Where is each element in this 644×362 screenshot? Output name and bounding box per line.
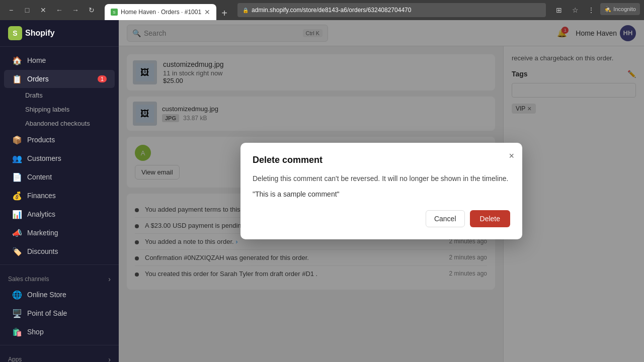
sidebar-nav: 🏠 Home 📋 Orders 1 Drafts Shipping labels…	[0, 47, 119, 362]
shipping-label: Shipping labels	[25, 106, 69, 113]
back-button[interactable]: ←	[52, 3, 66, 17]
analytics-icon: 📊	[12, 209, 22, 219]
sidebar-item-label: Products	[27, 136, 55, 144]
refresh-button[interactable]: ↻	[85, 3, 99, 17]
tab-bar: S Home Haven · Orders · #1001 ✕ +	[105, 0, 231, 20]
content-icon: 📄	[12, 172, 22, 182]
modal-body: Deleting this comment can't be reversed.…	[253, 173, 510, 184]
discounts-icon: 🏷️	[12, 246, 22, 256]
address-bar[interactable]: 🔒 admin.shopify.com/store/de8143-a6/orde…	[237, 3, 546, 17]
delete-comment-modal: Delete comment × Deleting this comment c…	[240, 143, 522, 239]
tab-close-icon[interactable]: ✕	[204, 8, 210, 16]
sidebar-item-online-store[interactable]: 🌐 Online Store	[4, 286, 115, 304]
sidebar-item-label: Home	[27, 56, 46, 64]
orders-badge: 1	[98, 75, 107, 82]
finances-icon: 💰	[12, 191, 22, 201]
sidebar-sub-item-abandoned[interactable]: Abandoned checkouts	[4, 117, 115, 130]
new-tab-button[interactable]: +	[217, 6, 231, 20]
sidebar-item-label: Discounts	[27, 247, 58, 255]
sidebar-sub-item-shipping[interactable]: Shipping labels	[4, 103, 115, 116]
shopify-logo-text: Shopify	[25, 29, 55, 38]
sidebar-item-label: Marketing	[27, 229, 58, 237]
active-tab[interactable]: S Home Haven · Orders · #1001 ✕	[105, 4, 216, 20]
shopify-logo[interactable]: S Shopify	[8, 26, 55, 40]
browser-controls: − □ ✕	[4, 3, 50, 17]
products-icon: 📦	[12, 135, 22, 145]
nav-controls: ← → ↻	[52, 3, 99, 17]
sidebar-item-label: Online Store	[27, 291, 66, 299]
tab-favicon: S	[111, 9, 118, 16]
orders-icon: 📋	[12, 74, 22, 84]
home-icon: 🏠	[12, 55, 22, 65]
delete-button[interactable]: Delete	[470, 210, 510, 227]
app-layout: S Shopify 🏠 Home 📋 Orders 1 Drafts Shipp…	[0, 20, 644, 362]
sidebar-item-home[interactable]: 🏠 Home	[4, 51, 115, 69]
sidebar-item-orders[interactable]: 📋 Orders 1	[4, 70, 115, 88]
sidebar-item-finances[interactable]: 💰 Finances	[4, 187, 115, 205]
sidebar-item-analytics[interactable]: 📊 Analytics	[4, 205, 115, 223]
point-of-sale-icon: 🖥️	[12, 308, 22, 318]
online-store-icon: 🌐	[12, 290, 22, 300]
shopify-logo-icon: S	[8, 26, 22, 40]
sales-channels-label: Sales channels ›	[0, 269, 119, 285]
forward-button[interactable]: →	[68, 3, 83, 17]
sidebar-item-point-of-sale[interactable]: 🖥️ Point of Sale	[4, 304, 115, 322]
sidebar-item-discounts[interactable]: 🏷️ Discounts	[4, 242, 115, 260]
sidebar-divider-2	[0, 345, 119, 345]
sidebar-divider	[0, 264, 119, 265]
sidebar-item-label: Analytics	[27, 210, 55, 218]
sidebar-item-products[interactable]: 📦 Products	[4, 131, 115, 149]
marketing-icon: 📣	[12, 228, 22, 238]
sidebar-item-marketing[interactable]: 📣 Marketing	[4, 224, 115, 242]
maximize-button[interactable]: □	[20, 3, 34, 17]
lock-icon: 🔒	[243, 8, 249, 13]
modal-actions: Cancel Delete	[253, 210, 510, 227]
apps-label: Apps	[8, 356, 22, 362]
abandoned-label: Abandoned checkouts	[25, 120, 90, 127]
sidebar-item-customers[interactable]: 👥 Customers	[4, 149, 115, 167]
modal-overlay[interactable]: Delete comment × Deleting this comment c…	[119, 20, 644, 362]
modal-title: Delete comment	[253, 155, 510, 165]
sidebar-item-label: Orders	[27, 75, 49, 83]
main-content: 🔍 Search Ctrl K 🔔 1 Home Haven HH	[119, 20, 644, 362]
sidebar: S Shopify 🏠 Home 📋 Orders 1 Drafts Shipp…	[0, 20, 119, 362]
sidebar-item-shop[interactable]: 🛍️ Shop	[4, 323, 115, 341]
url-text: admin.shopify.com/store/de8143-a6/orders…	[252, 7, 411, 14]
drafts-label: Drafts	[25, 92, 43, 99]
modal-quote: "This is a sample comment"	[253, 190, 510, 198]
sales-channels-text: Sales channels	[8, 276, 49, 283]
sidebar-item-content[interactable]: 📄 Content	[4, 168, 115, 186]
browser-actions: ⊞ ☆ ⋮ 🕵 Incognito	[552, 3, 640, 17]
sidebar-header: S Shopify	[0, 20, 119, 47]
modal-close-button[interactable]: ×	[509, 151, 514, 161]
incognito-label: Incognito	[613, 6, 636, 12]
incognito-icon: 🕵	[604, 6, 611, 13]
sidebar-item-label: Content	[27, 173, 52, 181]
sidebar-item-label: Shop	[27, 328, 44, 336]
sidebar-sub-item-drafts[interactable]: Drafts	[4, 88, 115, 102]
cancel-button[interactable]: Cancel	[426, 210, 465, 227]
minimize-button[interactable]: −	[4, 3, 18, 17]
apps-section-label: Apps ›	[0, 349, 119, 362]
menu-button[interactable]: ⋮	[584, 3, 598, 17]
customers-icon: 👥	[12, 153, 22, 163]
close-button[interactable]: ✕	[36, 3, 50, 17]
expand-icon[interactable]: ›	[108, 275, 111, 283]
extensions-button[interactable]: ⊞	[552, 3, 566, 17]
browser-chrome: − □ ✕ ← → ↻ S Home Haven · Orders · #100…	[0, 0, 644, 20]
apps-expand-icon[interactable]: ›	[108, 355, 111, 362]
sidebar-item-label: Finances	[27, 192, 56, 200]
star-button[interactable]: ☆	[568, 3, 582, 17]
sidebar-item-label: Point of Sale	[27, 309, 67, 317]
tab-title: Home Haven · Orders · #1001	[121, 9, 201, 16]
sidebar-item-label: Customers	[27, 154, 61, 162]
incognito-indicator: 🕵 Incognito	[600, 3, 640, 15]
shop-icon: 🛍️	[12, 327, 22, 337]
